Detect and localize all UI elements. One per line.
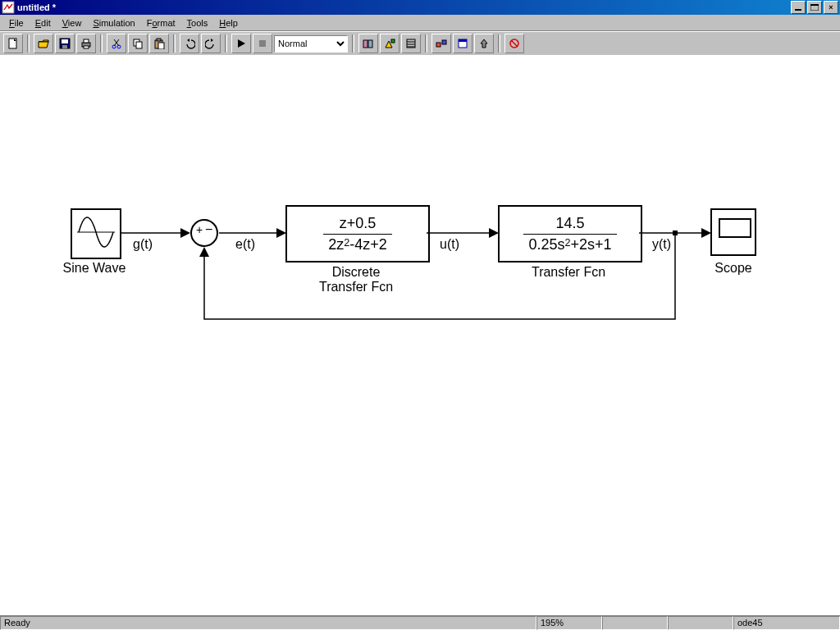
svg-rect-3 xyxy=(810,4,819,6)
save-button[interactable] xyxy=(55,34,75,53)
svg-rect-10 xyxy=(84,46,89,48)
svg-rect-18 xyxy=(259,40,266,47)
menu-help[interactable]: Help xyxy=(213,16,244,30)
status-zoom: 195% xyxy=(536,616,602,630)
svg-rect-23 xyxy=(436,43,441,47)
menu-view[interactable]: View xyxy=(57,16,88,30)
model-config-button[interactable] xyxy=(380,34,399,53)
simulation-mode-select[interactable]: Normal Accelerator External xyxy=(274,35,348,52)
svg-rect-14 xyxy=(136,42,142,48)
build-button[interactable] xyxy=(401,34,421,53)
model-explorer-button[interactable] xyxy=(453,34,472,53)
redo-button[interactable] xyxy=(201,34,221,53)
library-button[interactable] xyxy=(358,34,378,53)
svg-rect-17 xyxy=(158,43,164,49)
print-button[interactable] xyxy=(76,34,96,53)
go-up-button[interactable] xyxy=(474,34,494,53)
svg-rect-19 xyxy=(363,40,368,48)
svg-rect-1 xyxy=(795,9,801,11)
svg-rect-21 xyxy=(391,39,395,43)
undo-button[interactable] xyxy=(180,34,199,53)
open-button[interactable] xyxy=(34,34,53,53)
debug-button[interactable] xyxy=(504,34,524,53)
menu-file[interactable]: File xyxy=(3,16,30,30)
svg-rect-9 xyxy=(84,39,89,43)
cut-button[interactable] xyxy=(107,34,126,53)
status-solver: ode45 xyxy=(733,616,840,630)
menu-format[interactable]: Format xyxy=(141,16,181,30)
connections xyxy=(0,55,840,616)
toolbar: Normal Accelerator External xyxy=(0,31,840,56)
title-bar: untitled * × xyxy=(0,0,840,15)
copy-button[interactable] xyxy=(128,34,148,53)
status-ready: Ready xyxy=(0,616,536,630)
menu-simulation[interactable]: Simulation xyxy=(87,16,140,30)
maximize-button[interactable] xyxy=(807,1,822,14)
svg-rect-20 xyxy=(368,40,372,48)
refresh-blocks-button[interactable] xyxy=(431,34,451,53)
paste-button[interactable] xyxy=(149,34,169,53)
play-button[interactable] xyxy=(231,34,251,53)
app-icon xyxy=(2,1,15,14)
svg-rect-24 xyxy=(442,40,446,44)
status-bar: Ready 195% ode45 xyxy=(0,615,840,630)
svg-rect-26 xyxy=(459,39,467,42)
stop-button[interactable] xyxy=(253,34,272,53)
window-title: untitled * xyxy=(17,2,56,12)
close-button[interactable]: × xyxy=(824,1,838,14)
menu-bar: File Edit View Simulation Format Tools H… xyxy=(0,15,840,31)
svg-rect-6 xyxy=(62,39,68,43)
model-canvas[interactable]: Sine Wave +− z+0.5 2z2-4z+2 Discrete Tra… xyxy=(0,55,840,616)
menu-tools[interactable]: Tools xyxy=(181,16,214,30)
svg-rect-7 xyxy=(62,45,67,48)
svg-rect-16 xyxy=(157,39,161,41)
menu-edit[interactable]: Edit xyxy=(30,16,57,30)
minimize-button[interactable] xyxy=(791,1,806,14)
new-button[interactable] xyxy=(3,34,23,53)
